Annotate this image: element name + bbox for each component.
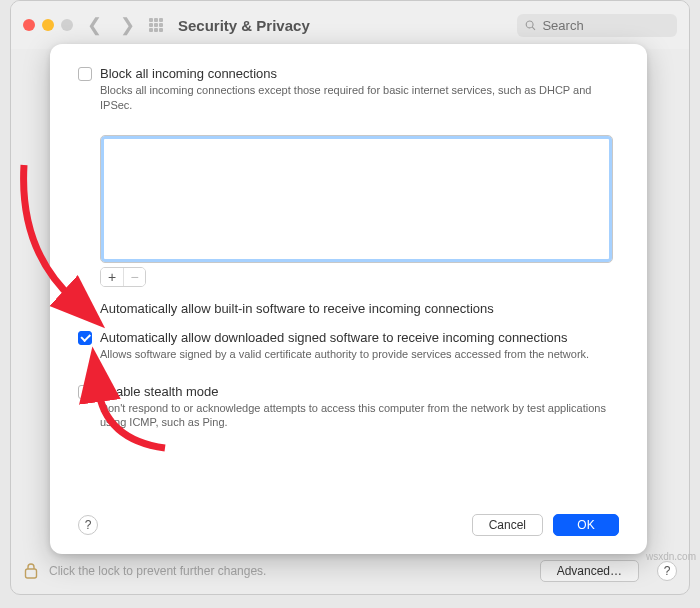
sheet-help-button[interactable]: ? <box>78 515 98 535</box>
search-input[interactable] <box>542 18 669 33</box>
stealth-checkbox[interactable] <box>78 385 92 399</box>
auto-signed-label: Automatically allow downloaded signed so… <box>100 330 568 345</box>
stealth-row[interactable]: Enable stealth mode <box>78 384 619 399</box>
footer-bar: Click the lock to prevent further change… <box>23 560 677 582</box>
forward-button: ❯ <box>116 14 139 36</box>
minimize-icon[interactable] <box>42 19 54 31</box>
close-icon[interactable] <box>23 19 35 31</box>
block-all-checkbox[interactable] <box>78 67 92 81</box>
window-controls <box>23 19 73 31</box>
back-button[interactable]: ❮ <box>83 14 106 36</box>
help-button[interactable]: ? <box>657 561 677 581</box>
ok-button[interactable]: OK <box>553 514 619 536</box>
sheet-footer: ? Cancel OK <box>78 514 619 536</box>
block-all-label: Block all incoming connections <box>100 66 277 81</box>
advanced-button[interactable]: Advanced… <box>540 560 639 582</box>
svg-rect-0 <box>26 569 37 578</box>
lock-hint: Click the lock to prevent further change… <box>49 564 266 578</box>
search-icon <box>525 19 536 32</box>
all-prefs-icon[interactable] <box>149 18 164 33</box>
add-remove-group: + − <box>100 267 146 287</box>
app-list[interactable] <box>100 135 613 263</box>
zoom-icon <box>61 19 73 31</box>
lock-icon[interactable] <box>23 562 39 580</box>
auto-builtin-row[interactable]: Automatically allow built-in software to… <box>78 301 619 316</box>
toolbar: ❮ ❯ Security & Privacy <box>11 1 689 49</box>
stealth-desc: Don't respond to or acknowledge attempts… <box>100 401 619 431</box>
add-button[interactable]: + <box>101 268 123 286</box>
cancel-button[interactable]: Cancel <box>472 514 543 536</box>
auto-builtin-label: Automatically allow built-in software to… <box>100 301 494 316</box>
firewall-options-sheet: Block all incoming connections Blocks al… <box>50 44 647 554</box>
auto-signed-checkbox[interactable] <box>78 331 92 345</box>
block-all-desc: Blocks all incoming connections except t… <box>100 83 619 113</box>
auto-builtin-checkbox[interactable] <box>78 302 92 316</box>
stealth-label: Enable stealth mode <box>100 384 219 399</box>
auto-signed-desc: Allows software signed by a valid certif… <box>100 347 619 362</box>
remove-button: − <box>123 268 145 286</box>
block-all-row[interactable]: Block all incoming connections <box>78 66 619 81</box>
watermark: wsxdn.com <box>646 551 696 562</box>
search-field[interactable] <box>517 14 677 37</box>
auto-signed-row[interactable]: Automatically allow downloaded signed so… <box>78 330 619 345</box>
window-title: Security & Privacy <box>178 17 310 34</box>
